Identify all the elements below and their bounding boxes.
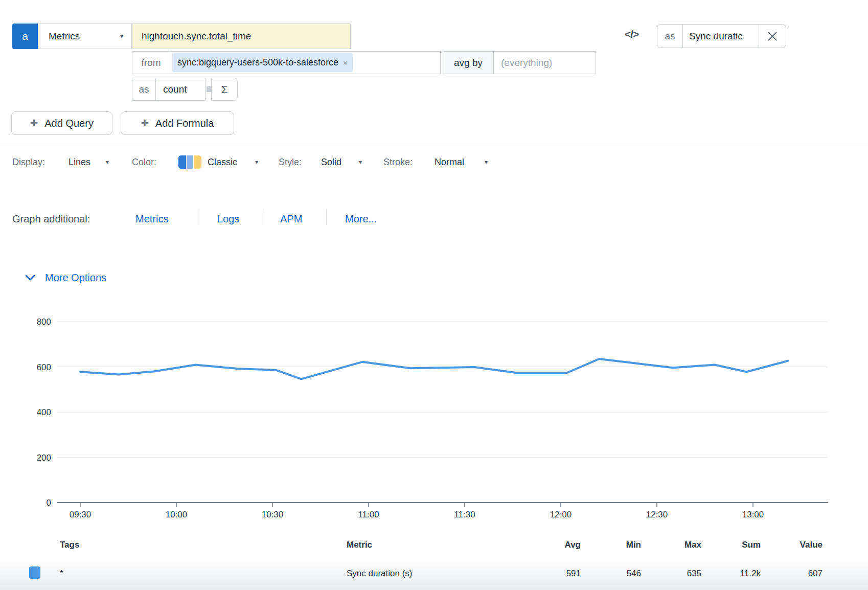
- y-axis-label: 200: [37, 453, 51, 463]
- chevron-down-icon: ▾: [106, 159, 109, 165]
- legend-table: Tags Metric Avg Min Max Sum Value * Sync…: [0, 536, 868, 590]
- legend-tags-value: *: [60, 568, 63, 580]
- rollup-connector: [207, 86, 211, 92]
- add-formula-label: Add Formula: [155, 118, 214, 129]
- legend-header-value: Value: [767, 539, 823, 551]
- x-axis-label: 12:30: [646, 510, 668, 519]
- legend-header-tags: Tags: [60, 539, 79, 551]
- graph-additional-apm-link[interactable]: APM: [280, 211, 302, 226]
- graph-additional-logs-link[interactable]: Logs: [217, 211, 239, 226]
- add-query-label: Add Query: [44, 118, 94, 129]
- filter-tag-text: sync:bigquery-users-500k-to-salesforce: [177, 57, 338, 68]
- alias-value: Sync duratic: [689, 31, 743, 42]
- y-axis-label: 0: [47, 498, 51, 508]
- x-axis-label: 13:00: [742, 510, 764, 519]
- series-line: [80, 359, 788, 379]
- group-by-input[interactable]: (everything): [493, 51, 596, 74]
- palette-color-3: [194, 155, 201, 169]
- metric-name-input[interactable]: hightouch.sync.total_time: [132, 24, 351, 49]
- legend-metric-value: Sync duration (s): [347, 568, 413, 580]
- display-label: Display:: [12, 155, 45, 169]
- group-by-placeholder: (everything): [501, 57, 552, 69]
- query-letter-badge: a: [12, 24, 38, 49]
- metrics-query-editor: a Metrics ▾ hightouch.sync.total_time </…: [0, 0, 868, 590]
- display-lines-select[interactable]: Lines: [68, 155, 90, 169]
- query-alias-group: as Sync duratic: [657, 24, 786, 48]
- close-icon: [767, 31, 778, 42]
- chevron-down-icon: ▾: [485, 159, 488, 165]
- timeseries-chart[interactable]: 020040060080009:3010:0010:3011:0011:3012…: [0, 276, 868, 532]
- alias-as-label: as: [657, 25, 683, 48]
- filter-tag[interactable]: sync:bigquery-users-500k-to-salesforce ×: [172, 53, 353, 72]
- as-label: as: [132, 78, 156, 101]
- aggregator-label: avg by: [454, 57, 483, 69]
- remove-tag-icon[interactable]: ×: [343, 58, 348, 67]
- style-select[interactable]: Solid: [321, 155, 341, 169]
- series-color-swatch: [29, 566, 40, 579]
- rollup-value: count: [163, 84, 187, 95]
- y-axis-label: 800: [37, 317, 51, 327]
- x-axis-label: 12:00: [550, 510, 572, 519]
- chevron-down-icon: ▾: [359, 159, 362, 165]
- filter-tag-field[interactable]: sync:bigquery-users-500k-to-salesforce ×: [170, 51, 441, 74]
- y-axis-label: 400: [37, 407, 51, 417]
- legend-value-value: 607: [767, 568, 823, 580]
- legend-min-value: 546: [590, 568, 641, 580]
- alias-input[interactable]: Sync duratic: [683, 25, 759, 48]
- y-axis-label: 600: [37, 362, 51, 372]
- link-separator: [262, 210, 262, 225]
- sigma-button[interactable]: Σ: [211, 78, 238, 101]
- section-divider: [0, 146, 868, 146]
- plus-icon: +: [30, 116, 38, 129]
- chevron-down-icon: ▾: [120, 33, 123, 39]
- color-label: Color:: [132, 155, 156, 169]
- legend-max-value: 635: [650, 568, 701, 580]
- metric-name-value: hightouch.sync.total_time: [142, 31, 251, 42]
- legend-header-avg: Avg: [530, 539, 581, 551]
- graph-additional-metrics-link[interactable]: Metrics: [135, 211, 168, 226]
- graph-additional-label: Graph additional:: [12, 211, 90, 226]
- x-axis-label: 10:00: [166, 510, 188, 519]
- x-axis-label: 09:30: [70, 510, 92, 519]
- legend-header-metric: Metric: [347, 539, 372, 551]
- rollup-button[interactable]: count: [155, 78, 205, 101]
- legend-header-max: Max: [650, 539, 701, 551]
- legend-sum-value: 11.2k: [705, 568, 761, 580]
- x-axis-label: 11:00: [358, 510, 379, 519]
- color-palette-swatch[interactable]: [178, 155, 201, 169]
- link-separator: [326, 210, 327, 225]
- legend-avg-value: 591: [530, 568, 581, 580]
- style-label: Style:: [279, 155, 302, 169]
- metrics-source-select[interactable]: Metrics ▾: [38, 24, 132, 49]
- link-separator: [197, 210, 197, 225]
- graph-additional-more-link[interactable]: More...: [345, 211, 377, 226]
- chevron-down-icon: ▾: [255, 159, 258, 165]
- legend-header-min: Min: [590, 539, 641, 551]
- add-formula-button[interactable]: + Add Formula: [121, 111, 234, 135]
- plus-icon: +: [141, 116, 149, 129]
- metrics-source-label: Metrics: [49, 31, 80, 42]
- sigma-icon: Σ: [221, 83, 228, 96]
- remove-query-button[interactable]: [759, 25, 786, 48]
- x-axis-label: 10:30: [262, 510, 284, 519]
- stroke-label: Stroke:: [383, 155, 413, 169]
- x-axis-label: 11:30: [454, 510, 475, 519]
- legend-header-sum: Sum: [705, 539, 761, 551]
- add-query-button[interactable]: + Add Query: [11, 111, 112, 135]
- palette-color-2: [187, 155, 194, 169]
- aggregator-button[interactable]: avg by: [443, 51, 494, 74]
- stroke-select[interactable]: Normal: [435, 155, 464, 169]
- code-view-button[interactable]: </>: [625, 28, 638, 40]
- palette-color-1: [178, 155, 186, 169]
- color-select[interactable]: Classic: [208, 155, 237, 169]
- from-label: from: [132, 51, 170, 74]
